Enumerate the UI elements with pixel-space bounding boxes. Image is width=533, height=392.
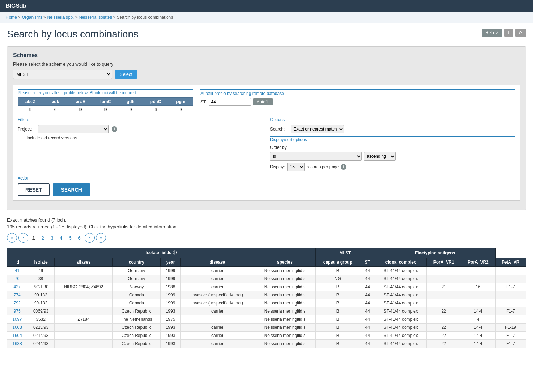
profile-instruction: Please enter your allelic profile below.… (18, 89, 193, 95)
schemes-prompt: Please select the scheme you would like … (13, 61, 520, 67)
records-per-page-select[interactable]: 25 50 100 (287, 163, 305, 171)
header-buttons: Help ↗ ℹ ⟳ (482, 29, 526, 37)
filters-box: Filters Project: ℹ Include old record ve… (18, 116, 263, 171)
locus-input-fumC[interactable] (97, 107, 114, 112)
row-id-link[interactable]: 1604 (12, 333, 22, 338)
row-id-link[interactable]: 427 (14, 284, 21, 289)
search-type-select[interactable]: Exact or nearest match Exact match only (291, 125, 344, 133)
pagination: « ‹ 1 2 3 4 5 6 › » (7, 233, 526, 243)
table-row: 10973532Z7184The Netherlands1975Neisseri… (7, 315, 526, 324)
prev-page-btn[interactable]: ‹ (18, 233, 28, 243)
project-info-icon[interactable]: ℹ (112, 126, 117, 132)
locus-input-pgm[interactable] (172, 107, 190, 112)
locus-header-aroE: aroE (68, 98, 93, 106)
table-row: 7038Germany1999carrierNeisseria meningit… (7, 275, 526, 283)
row-id-link[interactable]: 774 (14, 293, 21, 297)
page-3[interactable]: 3 (48, 234, 56, 242)
breadcrumb-home[interactable]: Home (6, 15, 17, 20)
page-1[interactable]: 1 (30, 234, 37, 242)
breadcrumb-neisseria-spp[interactable]: Neisseria spp. (47, 15, 74, 20)
locus-header-fumC: fumC (93, 98, 118, 106)
include-old-checkbox[interactable] (18, 136, 22, 140)
schemes-section: Schemes Please select the scheme you wou… (13, 52, 520, 79)
row-id-link[interactable]: 792 (14, 301, 21, 306)
locus-input-pdhC[interactable] (147, 107, 164, 112)
last-page-btn[interactable]: » (96, 233, 106, 243)
action-label: Action (18, 175, 88, 181)
page-4[interactable]: 4 (57, 234, 65, 242)
include-old-row: Include old record versions (18, 135, 263, 140)
autofill-row: ST: Autofill (200, 98, 515, 106)
finetyping-header: Finetyping antigens (375, 248, 495, 258)
page-5[interactable]: 5 (66, 234, 74, 242)
row-id-link[interactable]: 41 (15, 268, 19, 273)
table-row: 16040214/93Czech Republic1993carrierNeis… (7, 332, 526, 340)
reset-button[interactable]: RESET (18, 183, 50, 196)
main-form-area: Schemes Please select the scheme you wou… (7, 46, 526, 210)
display-info-icon[interactable]: ℹ (341, 164, 346, 170)
results-count-text: 195 records returned (1 - 25 displayed).… (7, 224, 526, 229)
scheme-select-row: MLST Select (13, 70, 520, 79)
page-2[interactable]: 2 (39, 234, 47, 242)
records-per-page-label: records per page (307, 164, 339, 169)
breadcrumb-current: Search by locus combinations (117, 15, 173, 20)
first-page-btn[interactable]: « (7, 233, 17, 243)
autofill-button[interactable]: Autofill (253, 98, 273, 105)
locus-header-pgm: pgm (168, 98, 193, 106)
loci-table: abcZadkaroEfumCgdhpdhCpgm (18, 97, 193, 114)
exact-match-text: Exact matches found (7 loci). (7, 217, 526, 223)
schemes-heading: Schemes (13, 52, 520, 59)
table-row: 4119Germany1999carrierNeisseria meningit… (7, 267, 526, 275)
project-row: Project: ℹ (18, 125, 263, 133)
locus-input-abcZ[interactable] (22, 107, 39, 112)
search-button[interactable]: SEARCH (53, 183, 90, 196)
col-capsule-group: capsule group (315, 258, 360, 267)
locus-input-gdh[interactable] (122, 107, 139, 112)
table-row: 77499 182Canada1999invasive (unspecified… (7, 291, 526, 299)
locus-input-adk[interactable] (47, 107, 64, 112)
display-row: Display: 25 50 100 records per page ℹ (270, 163, 515, 171)
direction-select[interactable]: ascending descending (364, 152, 396, 161)
row-id-link[interactable]: 1097 (12, 317, 22, 322)
table-row: 427NG E30NIBSC_2804; Z4692Norway1988carr… (7, 283, 526, 291)
profile-two-col: Please enter your allelic profile below.… (18, 89, 515, 116)
row-id-link[interactable]: 1603 (12, 325, 22, 330)
project-label: Project: (18, 127, 35, 132)
row-id-link[interactable]: 70 (15, 276, 19, 281)
topbar: BIGSdb (0, 0, 533, 12)
col-pora-vr1: PorA_VR1 (426, 258, 461, 267)
row-id-link[interactable]: 1633 (12, 341, 22, 346)
breadcrumb-organisms[interactable]: Organisms (22, 15, 42, 20)
app-title: BIGSdb (6, 3, 26, 9)
action-buttons: RESET SEARCH (18, 183, 515, 196)
col-species: species (254, 258, 315, 267)
search-label: Search: (270, 127, 288, 132)
project-select[interactable] (38, 125, 109, 133)
col-pora-vr2: PorA_VR2 (461, 258, 495, 267)
locus-header-gdh: gdh (118, 98, 143, 106)
refresh-button[interactable]: ⟳ (515, 29, 526, 37)
profile-left: Please enter your allelic profile below.… (18, 89, 193, 116)
autofill-label: Autofill profile by searching remote dat… (200, 91, 284, 96)
st-label: ST: (200, 99, 206, 104)
scheme-select[interactable]: MLST (13, 70, 112, 79)
search-type-row: Search: Exact or nearest match Exact mat… (270, 125, 515, 133)
col-clonal-complex: clonal complex (375, 258, 426, 267)
profile-right: Autofill profile by searching remote dat… (200, 89, 515, 116)
st-input[interactable] (209, 98, 251, 106)
col-disease: disease (180, 258, 254, 267)
isolate-fields-header: Isolate fields ⓘ (7, 248, 316, 258)
row-id-link[interactable]: 975 (14, 309, 21, 314)
col-country: country (113, 258, 161, 267)
page-6[interactable]: 6 (76, 234, 83, 242)
help-button[interactable]: Help ↗ (482, 29, 502, 37)
locus-input-aroE[interactable] (72, 107, 89, 112)
results-area: Exact matches found (7 loci). 195 record… (0, 214, 533, 351)
page-header: Search by locus combinations Help ↗ ℹ ⟳ (0, 23, 533, 43)
next-page-btn[interactable]: › (85, 233, 95, 243)
display-sort-label: Display/sort options (270, 136, 515, 142)
info-button[interactable]: ℹ (504, 29, 513, 37)
breadcrumb-neisseria-isolates[interactable]: Neisseria isolates (79, 15, 112, 20)
order-by-select[interactable]: id isolate country year (270, 152, 362, 161)
select-button[interactable]: Select (115, 70, 137, 79)
